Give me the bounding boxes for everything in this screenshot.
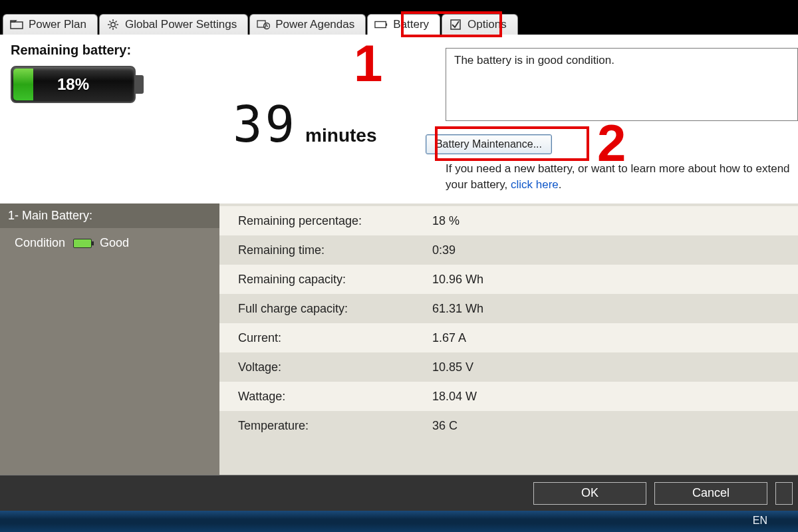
remaining-time-number: 39	[233, 96, 297, 153]
clock-icon	[257, 19, 270, 30]
dialog-button-strip: OK Cancel	[0, 475, 798, 511]
details-section: 1- Main Battery: Condition Good Remainin…	[0, 203, 798, 475]
folder-icon	[10, 19, 23, 30]
detail-value: 18.04 W	[432, 390, 798, 404]
detail-label: Temperature:	[219, 419, 432, 433]
help-text: If you need a new battery, or want to le…	[446, 161, 798, 193]
battery-list-sidebar: 1- Main Battery: Condition Good	[0, 203, 219, 475]
battery-icon	[374, 19, 388, 30]
detail-row: Remaining capacity:10.96 Wh	[219, 265, 798, 294]
remaining-time-unit: minutes	[305, 125, 376, 146]
condition-box: The battery is in good condition.	[446, 48, 798, 121]
svg-line-6	[109, 21, 110, 23]
sidebar-condition-label: Condition	[15, 236, 65, 250]
details-table: Remaining percentage:18 % Remaining time…	[219, 203, 798, 475]
help-link[interactable]: click here	[511, 178, 559, 191]
detail-label: Voltage:	[219, 360, 432, 374]
mini-battery-icon	[73, 239, 92, 248]
svg-rect-13	[386, 23, 388, 26]
sidebar-heading[interactable]: 1- Main Battery:	[0, 203, 219, 228]
help-post: .	[559, 178, 562, 191]
detail-value: 1.67 A	[432, 331, 798, 345]
detail-value: 18 %	[432, 214, 798, 228]
detail-row: Temperature:36 C	[219, 411, 798, 440]
language-indicator[interactable]: EN	[753, 515, 767, 527]
detail-value: 10.96 Wh	[432, 273, 798, 287]
battery-percent: 18%	[11, 66, 136, 103]
detail-label: Remaining capacity:	[219, 273, 432, 287]
tab-label: Power Agendas	[275, 18, 354, 31]
svg-rect-0	[11, 22, 23, 29]
checkbox-icon	[449, 19, 462, 30]
ok-button[interactable]: OK	[533, 482, 646, 505]
detail-row: Current:1.67 A	[219, 323, 798, 352]
apply-button[interactable]	[775, 482, 793, 505]
detail-value: 61.31 Wh	[432, 302, 798, 316]
tab-label: Global Power Settings	[125, 18, 237, 31]
svg-line-8	[109, 27, 110, 29]
detail-label: Current:	[219, 331, 432, 345]
tab-strip: Power Plan Global Power Settings Power A…	[0, 9, 798, 35]
detail-value: 0:39	[432, 243, 798, 257]
condition-text: The battery is in good condition.	[454, 54, 614, 66]
tab-battery[interactable]: Battery	[367, 14, 440, 35]
gear-icon	[106, 19, 120, 30]
detail-label: Remaining time:	[219, 243, 432, 257]
detail-row: Remaining time:0:39	[219, 235, 798, 265]
tab-options[interactable]: Options	[442, 14, 518, 35]
detail-value: 10.85 V	[432, 360, 798, 374]
detail-label: Wattage:	[219, 390, 432, 404]
help-pre: If you need a new battery, or want to le…	[446, 162, 790, 191]
detail-row: Wattage:18.04 W	[219, 382, 798, 411]
detail-label: Remaining percentage:	[219, 214, 432, 228]
svg-point-1	[111, 23, 115, 27]
remaining-time: 39 minutes	[233, 96, 376, 153]
sidebar-condition-row: Condition Good	[0, 228, 219, 258]
tab-label: Power Plan	[29, 18, 86, 31]
svg-line-9	[115, 21, 116, 23]
svg-rect-12	[375, 21, 386, 27]
detail-label: Full charge capacity:	[219, 302, 432, 316]
tab-power-agendas[interactable]: Power Agendas	[249, 14, 366, 35]
detail-value: 36 C	[432, 419, 798, 433]
tab-global-power-settings[interactable]: Global Power Settings	[99, 14, 248, 35]
svg-line-7	[115, 27, 116, 29]
detail-row: Full charge capacity:61.31 Wh	[219, 294, 798, 323]
battery-visual: 18%	[11, 66, 144, 103]
cancel-button[interactable]: Cancel	[654, 482, 767, 505]
battery-maintenance-button[interactable]: Battery Maintenance...	[426, 134, 552, 154]
tab-label: Battery	[393, 18, 429, 31]
detail-row: Voltage:10.85 V	[219, 352, 798, 382]
tab-power-plan[interactable]: Power Plan	[3, 14, 98, 35]
battery-tip	[136, 75, 144, 94]
detail-row: Remaining percentage:18 %	[219, 206, 798, 235]
taskbar: EN	[0, 511, 798, 532]
window-topbar	[0, 0, 798, 9]
tab-label: Options	[467, 18, 507, 31]
battery-summary-pane: Remaining battery: 18% 39 minutes The ba…	[0, 35, 798, 203]
sidebar-condition-value: Good	[100, 236, 129, 250]
